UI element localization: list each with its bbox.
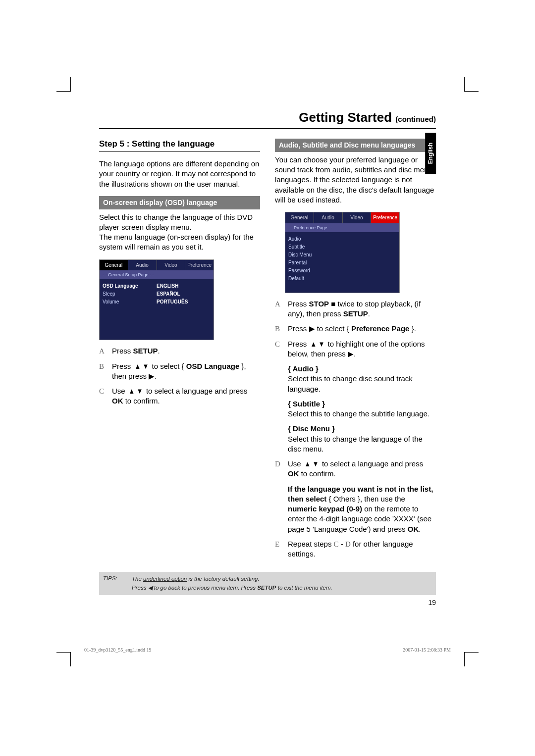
page-title-continued: (continued) bbox=[395, 115, 436, 123]
step-text: Press ▲ ▼ to highlight one of the option… bbox=[288, 339, 436, 359]
step-letter: E bbox=[275, 539, 283, 559]
step-c: C Press ▲ ▼ to highlight one of the opti… bbox=[275, 339, 436, 359]
step-text: Press ▶ to select { Preference Page }. bbox=[288, 324, 436, 334]
crop-mark bbox=[56, 77, 71, 92]
page-title-text: Getting Started bbox=[299, 110, 392, 125]
content-columns: Step 5 : Setting the language The langua… bbox=[99, 139, 436, 564]
language-tab: English bbox=[425, 133, 436, 174]
osd-body: Audio Subtitle Disc Menu Parental Passwo… bbox=[285, 232, 399, 293]
osd-item: Sleep bbox=[103, 290, 157, 298]
step-letter: C bbox=[99, 386, 107, 406]
step-heading: Step 5 : Setting the language bbox=[99, 139, 260, 152]
up-down-icon: ▲ ▼ bbox=[128, 386, 143, 396]
step-text: Use ▲ ▼ to select a language and press O… bbox=[112, 386, 260, 406]
osd-desc: Select this to change the language of th… bbox=[99, 212, 260, 252]
osd-item: Parental bbox=[288, 259, 342, 267]
option-label: { Audio } bbox=[288, 364, 319, 373]
right-column: Audio, Subtitle and Disc menu languages … bbox=[275, 139, 436, 564]
step-letter: C bbox=[275, 339, 283, 359]
option-desc: Select this to change the language of th… bbox=[288, 435, 423, 453]
step-text: Press STOP ■ twice to stop playback, (if… bbox=[288, 299, 436, 319]
option-desc: Select this to change disc sound track l… bbox=[288, 374, 413, 393]
step-text: Use ▲ ▼ to select a language and press O… bbox=[288, 459, 436, 479]
osd-item: OSD Language bbox=[103, 282, 157, 290]
up-down-icon: ▲ ▼ bbox=[304, 459, 319, 469]
osd-left-list: Audio Subtitle Disc Menu Parental Passwo… bbox=[288, 235, 342, 290]
osd-bar: - - General Setup Page - - bbox=[100, 270, 214, 279]
osd-tab-video: Video bbox=[157, 260, 186, 271]
option-desc: Select this to change the subtitle langu… bbox=[288, 409, 429, 418]
step-letter: A bbox=[275, 299, 283, 319]
step-b: B Press ▲ ▼ to select { OSD Language }, … bbox=[99, 361, 260, 382]
footer-timestamp: 2007-01-15 2:08:33 PM bbox=[403, 647, 451, 654]
audio-subtitle-subheading: Audio, Subtitle and Disc menu languages bbox=[275, 139, 436, 152]
osd-tab-preference: Preference bbox=[371, 212, 399, 223]
osd-value: ESPAÑOL bbox=[157, 290, 211, 298]
option-audio: { Audio } Select this to change disc sou… bbox=[288, 364, 436, 394]
step-b: B Press ▶ to select { Preference Page }. bbox=[275, 324, 436, 334]
left-column: Step 5 : Setting the language The langua… bbox=[99, 139, 260, 564]
osd-body: OSD Language Sleep Volume ENGLISH ESPAÑO… bbox=[100, 279, 214, 340]
step-a: A Press STOP ■ twice to stop playback, (… bbox=[275, 299, 436, 319]
osd-mock-preference: General Audio Video Preference - - Prefe… bbox=[285, 212, 400, 293]
osd-tab-general: General bbox=[100, 260, 128, 271]
right-steps: A Press STOP ■ twice to stop playback, (… bbox=[275, 299, 436, 559]
osd-right-list: ENGLISH ESPAÑOL PORTUGUÊS bbox=[157, 282, 211, 337]
osd-tab-audio: Audio bbox=[314, 212, 343, 223]
up-down-icon: ▲ ▼ bbox=[310, 339, 324, 349]
osd-item: Subtitle bbox=[288, 243, 342, 251]
option-subtitle: { Subtitle } Select this to change the s… bbox=[288, 399, 436, 419]
note-others: If the language you want is not in the l… bbox=[288, 484, 436, 534]
up-down-icon: ▲ ▼ bbox=[134, 361, 149, 371]
osd-mock-general: General Audio Video Preference - - Gener… bbox=[99, 259, 214, 341]
step-text: Repeat steps C - D for other language se… bbox=[288, 539, 436, 559]
step-d: D Use ▲ ▼ to select a language and press… bbox=[275, 459, 436, 479]
osd-item: Volume bbox=[103, 298, 157, 306]
step-a: A Press SETUP. bbox=[99, 346, 260, 356]
step-letter: B bbox=[99, 361, 107, 382]
osd-tabs: General Audio Video Preference bbox=[285, 212, 399, 223]
step-letter: B bbox=[275, 324, 283, 334]
osd-tab-general: General bbox=[285, 212, 314, 223]
osd-value: ENGLISH bbox=[157, 282, 211, 290]
tips-text: The underlined option is the factory def… bbox=[132, 575, 432, 592]
osd-item: Audio bbox=[288, 235, 342, 243]
osd-item: Default bbox=[288, 275, 342, 283]
option-label: { Disc Menu } bbox=[288, 424, 335, 433]
osd-tab-audio: Audio bbox=[128, 260, 157, 271]
tips-label: TIPS: bbox=[103, 575, 123, 592]
step-text: Press SETUP. bbox=[112, 346, 260, 356]
crop-mark bbox=[56, 652, 71, 666]
left-steps: A Press SETUP. B Press ▲ ▼ to select { O… bbox=[99, 346, 260, 406]
tips-box: TIPS: The underlined option is the facto… bbox=[99, 572, 436, 595]
manual-page: English Getting Started (continued) Step… bbox=[0, 0, 535, 756]
step-letter: D bbox=[275, 459, 283, 479]
osd-left-list: OSD Language Sleep Volume bbox=[103, 282, 157, 337]
crop-mark bbox=[464, 652, 479, 666]
footer-file: 01-39_dvp3120_55_eng1.indd 19 bbox=[84, 647, 152, 654]
footer-meta: 01-39_dvp3120_55_eng1.indd 19 2007-01-15… bbox=[84, 647, 451, 654]
crop-mark bbox=[464, 77, 479, 92]
osd-tabs: General Audio Video Preference bbox=[100, 260, 214, 271]
step-letter: A bbox=[99, 346, 107, 356]
step-text: Press ▲ ▼ to select { OSD Language }, th… bbox=[112, 361, 260, 382]
intro-paragraph: The language options are different depen… bbox=[99, 159, 260, 189]
page-number: 19 bbox=[99, 598, 436, 607]
option-disc-menu: { Disc Menu } Select this to change the … bbox=[288, 424, 436, 454]
osd-item: Disc Menu bbox=[288, 251, 342, 259]
osd-item: Password bbox=[288, 267, 342, 275]
step-e: E Repeat steps C - D for other language … bbox=[275, 539, 436, 559]
osd-tab-preference: Preference bbox=[185, 260, 214, 271]
osd-right-list bbox=[342, 235, 396, 290]
step-c: C Use ▲ ▼ to select a language and press… bbox=[99, 386, 260, 406]
osd-bar: - - Preference Page - - bbox=[285, 223, 399, 232]
osd-tab-video: Video bbox=[343, 212, 372, 223]
osd-subheading: On-screen display (OSD) language bbox=[99, 196, 260, 209]
right-intro: You can choose your preferred language o… bbox=[275, 155, 436, 205]
osd-value: PORTUGUÊS bbox=[157, 298, 211, 306]
page-title: Getting Started (continued) bbox=[99, 109, 436, 129]
option-label: { Subtitle } bbox=[288, 400, 325, 408]
